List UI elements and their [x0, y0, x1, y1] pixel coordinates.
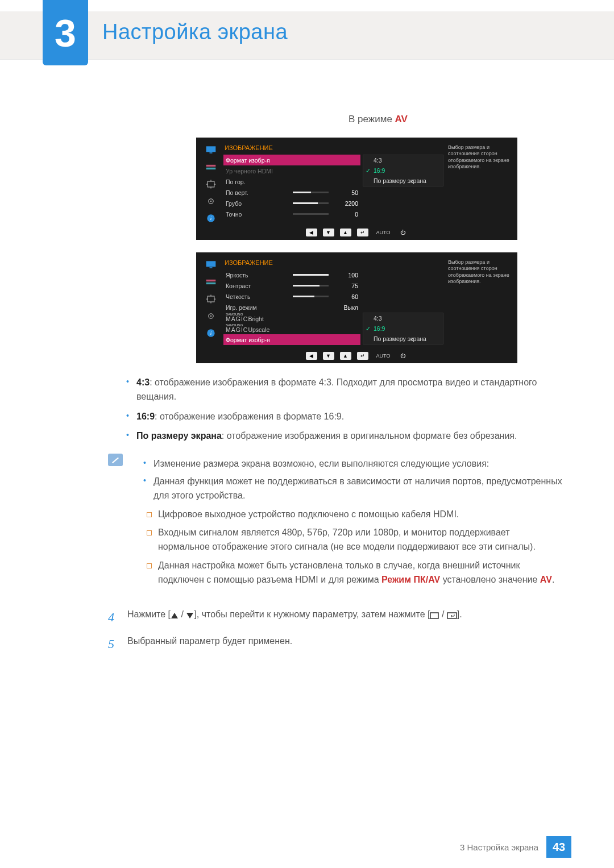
sub-item-2: Входным сигналом является 480p, 576p, 72… — [144, 526, 563, 554]
magic-up: MAGIC — [226, 326, 248, 333]
bullet-43: 4:3: отображение изображения в формате 4… — [126, 376, 563, 404]
main-content: В режиме AV i ИЗОБРАЖЕНИЕ Формат изобр-я — [108, 114, 563, 661]
osd1-row-horz: По гор. — [223, 176, 360, 187]
palette-icon — [204, 276, 218, 288]
steps-list: 4 Нажмите [ / ], чтобы перейти к нужному… — [108, 608, 563, 653]
format-options-list: 4:3: отображение изображения в формате 4… — [108, 376, 563, 443]
step-4-b: ], чтобы перейти к нужному параметру, за… — [194, 609, 430, 619]
nav-left-icon: ◀ — [306, 229, 317, 236]
mode-line: В режиме AV — [193, 114, 563, 125]
magic-up-suf: Upscale — [248, 326, 269, 333]
osd1-row-hdmi: Ур черного HDMI — [223, 165, 360, 176]
resize-icon — [204, 293, 218, 305]
nav-up-icon: ▲ — [340, 229, 351, 236]
bright-val: 100 — [333, 272, 358, 279]
dropdown2-opt-fit: По размеру экрана — [363, 334, 443, 344]
page-title: Настройка экрана — [102, 20, 288, 44]
osd2-section-title: ИЗОБРАЖЕНИЕ — [223, 258, 443, 269]
contrast-label: Контраст — [226, 283, 288, 289]
sub3-c: . — [552, 575, 554, 584]
vert-label: По верт. — [226, 189, 288, 196]
dropdown-opt-fit: По размеру экрана — [363, 176, 443, 186]
sub3-red2: AV — [540, 575, 552, 584]
sub-item-1: Цифровое выходное устройство подключено … — [144, 508, 563, 522]
triangle-up-icon — [171, 612, 179, 619]
nav-left-icon: ◀ — [306, 352, 317, 360]
sub3-red1: Режим ПК/AV — [381, 575, 440, 584]
page-footer: 3 Настройка экрана 43 — [460, 836, 571, 858]
osd2-row-contrast: Контраст 75 — [223, 280, 360, 291]
nav-auto-label: AUTO — [374, 352, 393, 360]
nav-auto-label: AUTO — [374, 229, 393, 236]
svg-rect-1 — [210, 152, 213, 153]
nav-power-icon: ⏻ — [398, 229, 408, 236]
bullet-fit-text: : отображение изображения в оригинальном… — [222, 431, 517, 441]
bullet-169-text: : отображение изображения в формате 16:9… — [155, 412, 344, 421]
sub3-b: установлено значение — [440, 575, 540, 584]
dropdown2-opt-43: 4:3 — [363, 313, 443, 323]
magic-bright-label: SAMSUNG MAGICBright — [226, 314, 288, 323]
osd2-help-text: Выбор размера и соотношения сторон отобр… — [443, 258, 513, 347]
format-dropdown: 4:3 16:9 По размеру экрана — [363, 155, 443, 186]
osd-sidebar-icons-2: i — [201, 258, 221, 347]
nav-up-icon: ▲ — [340, 352, 351, 360]
contrast-val: 75 — [333, 283, 358, 289]
osd1-nav-bar: ◀ ▼ ▲ ↵ AUTO ⏻ — [201, 229, 513, 236]
magic-bright: MAGIC — [226, 315, 248, 322]
game-label: Игр. режим — [226, 304, 288, 311]
step-4-a: Нажмите [ — [127, 609, 171, 619]
svg-rect-13 — [208, 296, 214, 302]
svg-rect-18 — [430, 613, 438, 618]
svg-rect-11 — [206, 280, 216, 281]
osd1-row-fine: Точно 0 — [223, 209, 360, 219]
osd2-row-game: Игр. режим Выкл — [223, 302, 360, 313]
nav-down-icon: ▼ — [323, 229, 334, 236]
gear-icon — [204, 196, 218, 207]
horz-label: По гор. — [226, 178, 288, 185]
mode-av: AV — [395, 114, 408, 124]
bullet-fit-bold: По размеру экрана — [136, 431, 222, 441]
nav-enter-icon: ↵ — [357, 352, 368, 360]
osd1-row-vert: По верт. 50 — [223, 187, 360, 198]
triangle-down-icon — [186, 612, 194, 619]
osd2-row-magic-upscale: SAMSUNG MAGICUpscale — [223, 323, 360, 334]
svg-rect-4 — [208, 181, 214, 187]
monitor-icon — [204, 144, 218, 156]
bullet-43-text: : отображение изображения в формате 4:3.… — [136, 377, 537, 401]
game-val: Выкл — [344, 304, 358, 311]
osd1-row-coarse: Грубо 2200 — [223, 198, 360, 209]
note-block: Изменение размера экрана возможно, если … — [108, 454, 563, 591]
sharp-val: 60 — [333, 293, 358, 300]
svg-rect-3 — [206, 168, 216, 169]
header-banner — [0, 11, 614, 60]
footer-section-label: 3 Настройка экрана — [460, 842, 538, 852]
osd1-help-text: Выбор размера и соотношения сторон отобр… — [443, 143, 513, 224]
svg-rect-19 — [447, 613, 457, 618]
gear-icon — [204, 310, 218, 322]
format-label: Формат изобр-я — [226, 157, 288, 164]
svg-rect-2 — [206, 165, 216, 167]
step-4-num: 4 — [108, 608, 119, 626]
format-label-2: Формат изобр-я — [226, 337, 288, 343]
svg-rect-0 — [206, 146, 216, 152]
vert-val: 50 — [333, 189, 358, 196]
coarse-val: 2200 — [333, 200, 358, 207]
nav-enter-icon: ↵ — [357, 229, 368, 236]
resize-icon — [204, 178, 218, 190]
mode-prefix: В режиме — [349, 114, 395, 124]
format-dropdown-2: 4:3 16:9 По размеру экрана — [363, 313, 443, 344]
step-5-num: 5 — [108, 634, 119, 653]
bullet-169-bold: 16:9 — [136, 412, 155, 421]
nav-down-icon: ▼ — [323, 352, 334, 360]
hdmi-black-label: Ур черного HDMI — [226, 168, 288, 175]
osd2-nav-bar: ◀ ▼ ▲ ↵ AUTO ⏻ — [201, 352, 513, 360]
sharp-label: Четкость — [226, 293, 288, 300]
dropdown-opt-169: 16:9 — [363, 165, 443, 176]
osd1-section-title: ИЗОБРАЖЕНИЕ — [223, 143, 443, 155]
note-item-1: Изменение размера экрана возможно, если … — [143, 457, 563, 471]
svg-rect-10 — [210, 267, 213, 268]
bright-label: Яркость — [226, 272, 288, 279]
note-icon — [108, 454, 123, 466]
osd2-row-bright: Яркость 100 — [223, 269, 360, 280]
chapter-number-badge: 3 — [43, 0, 88, 65]
